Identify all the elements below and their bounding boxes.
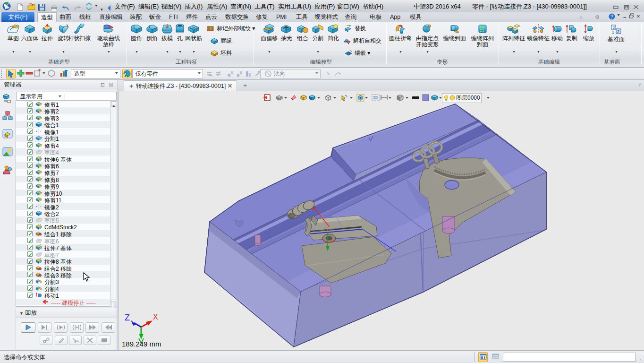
svg-text:3: 3 [612, 25, 615, 30]
svg-text:Z: Z [125, 313, 130, 322]
svg-text:X: X [153, 313, 158, 321]
svg-text:1: 1 [612, 30, 614, 35]
svg-text:2: 2 [617, 29, 619, 34]
svg-text:?: ? [610, 14, 613, 19]
